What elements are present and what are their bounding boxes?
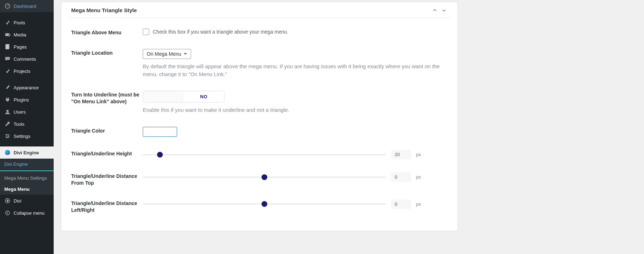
media-icon (4, 31, 11, 38)
slider-dist-lr[interactable] (143, 201, 386, 207)
sidebar-item-label: Posts (14, 20, 25, 25)
sidebar-item-label: Collapse menu (14, 210, 45, 216)
submenu-item-mega-menu[interactable]: Mega Menu (0, 184, 54, 195)
sidebar-item-users[interactable]: Users (0, 106, 54, 118)
sidebar-item-label: Plugins (14, 97, 29, 103)
sidebar-item-label: Projects (14, 69, 30, 74)
sidebar-item-divi-engine[interactable]: Divi Engine (0, 146, 54, 159)
slider-thumb[interactable] (262, 174, 267, 180)
svg-rect-4 (6, 44, 10, 49)
user-icon (4, 109, 11, 115)
slider-thumb[interactable] (262, 201, 267, 207)
select-triangle-location[interactable]: On Mega Menu (143, 49, 191, 59)
sidebar-item-label: Divi Engine (14, 150, 39, 155)
content-area: Mega Menu Triangle Style Triangle Above … (54, 0, 644, 254)
pin-icon (4, 68, 11, 74)
label-triangle-color: Triangle Color (71, 127, 143, 134)
brush-icon (4, 84, 11, 91)
toggle-yes[interactable]: YES (143, 91, 184, 102)
sidebar-item-label: Media (14, 32, 26, 38)
toggle-no[interactable]: NO (184, 91, 224, 102)
sidebar-item-posts[interactable]: Posts (0, 16, 54, 29)
pin-icon (4, 19, 11, 26)
chevron-down-icon (184, 52, 187, 56)
submenu-title[interactable]: Divi Engine (0, 159, 54, 171)
sidebar-item-label: Dashboard (14, 4, 36, 9)
dashboard-icon (4, 3, 11, 9)
collapse-icon (4, 210, 11, 216)
slider-dist-top[interactable] (143, 174, 386, 180)
label-height: Triangle/Underline Height (71, 150, 143, 157)
helper-turn-underline: Enable this if you want to make it under… (143, 106, 443, 114)
sidebar-item-label: Divi (14, 198, 21, 204)
select-value: On Mega Menu (147, 51, 181, 57)
divi-engine-icon (4, 149, 11, 156)
sidebar-item-appearance[interactable]: Appearance (0, 81, 54, 94)
page-icon (4, 44, 11, 50)
label-triangle-above: Triangle Above Menu (71, 29, 143, 36)
sidebar-item-label: Comments (14, 56, 36, 62)
settings-panel: Mega Menu Triangle Style Triangle Above … (61, 2, 458, 231)
unit-dist-lr: px (416, 201, 423, 207)
sliders-icon (4, 133, 11, 139)
submenu-item-mega-settings[interactable]: Mega Menu Settings (0, 173, 54, 184)
panel-collapse-down-icon[interactable] (440, 8, 448, 13)
input-dist-top-value[interactable] (391, 172, 411, 182)
slider-track (143, 154, 386, 155)
sidebar-submenu: Divi Engine Mega Menu Settings Mega Menu (0, 159, 54, 195)
plugin-icon (4, 96, 11, 103)
svg-point-10 (5, 211, 9, 215)
sidebar-item-projects[interactable]: Projects (0, 65, 54, 77)
panel-collapse-up-icon[interactable] (431, 8, 438, 13)
comment-icon (4, 56, 11, 62)
svg-point-5 (6, 110, 9, 112)
panel-title: Mega Menu Triangle Style (71, 7, 137, 13)
sidebar-item-plugins[interactable]: Plugins (0, 94, 54, 106)
sidebar-item-comments[interactable]: Comments (0, 53, 54, 65)
svg-point-6 (6, 134, 7, 135)
svg-point-7 (8, 135, 9, 136)
input-height-value[interactable] (391, 150, 411, 159)
label-triangle-location: Triangle Location (71, 49, 143, 56)
sidebar-item-label: Tools (14, 121, 24, 127)
sidebar-item-label: Users (14, 109, 26, 115)
admin-sidebar: Dashboard Posts Media Pages Comments Pro… (0, 0, 54, 254)
label-dist-top: Triangle/Underline Distance From Top (71, 172, 143, 186)
panel-toggle-arrows (431, 8, 448, 13)
sidebar-item-dashboard[interactable]: Dashboard (0, 0, 54, 12)
label-turn-underline: Turn Into Underline (must be "On Menu Li… (71, 91, 143, 105)
unit-height: px (416, 152, 423, 157)
sidebar-item-label: Settings (14, 134, 30, 139)
slider-thumb[interactable] (157, 152, 163, 158)
checkbox-triangle-above[interactable] (143, 29, 149, 35)
sidebar-item-divi[interactable]: Divi (0, 195, 54, 207)
sidebar-item-tools[interactable]: Tools (0, 118, 54, 130)
checkbox-label-triangle-above: Check this box if you want a triangle ab… (153, 29, 288, 35)
divi-icon (4, 198, 11, 204)
unit-dist-top: px (416, 174, 423, 180)
sidebar-item-label: Appearance (14, 85, 39, 90)
helper-triangle-location: By default the triangle will appear abov… (143, 63, 443, 78)
input-dist-lr-value[interactable] (391, 199, 411, 209)
sidebar-item-collapse[interactable]: Collapse menu (0, 207, 54, 219)
sidebar-item-label: Pages (14, 44, 27, 50)
slider-height[interactable] (143, 151, 386, 158)
sidebar-item-settings[interactable]: Settings (0, 130, 54, 142)
color-picker-triangle[interactable] (143, 127, 177, 137)
svg-point-8 (6, 137, 8, 138)
sidebar-item-media[interactable]: Media (0, 29, 54, 41)
sidebar-item-pages[interactable]: Pages (0, 41, 54, 53)
toggle-turn-underline[interactable]: YES NO (143, 91, 224, 103)
wrench-icon (4, 121, 11, 127)
label-dist-lr: Triangle/Underline Distance Left/Right (71, 199, 143, 214)
panel-header: Mega Menu Triangle Style (69, 2, 450, 18)
